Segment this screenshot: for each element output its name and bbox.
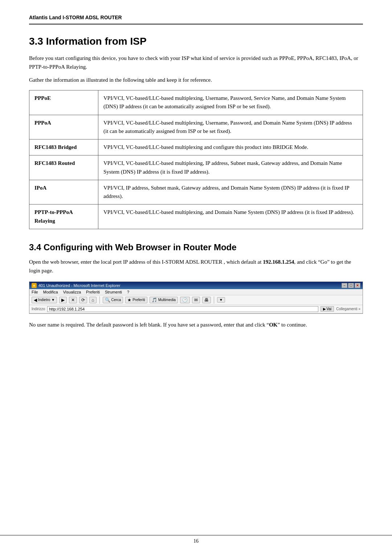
go-arrow-icon: ▶ (323, 307, 326, 311)
back-icon: ◀ (34, 297, 37, 303)
more-icon: ▼ (219, 298, 223, 302)
print-icon: 🖶 (204, 297, 209, 303)
history-icon: 🕑 (182, 297, 188, 303)
menu-preferiti[interactable]: Preferiti (86, 290, 100, 294)
print-button[interactable]: 🖶 (202, 297, 211, 303)
table-label-pppoe: PPPoE (29, 90, 98, 115)
maximize-button[interactable]: ☐ (348, 283, 354, 288)
toolbar-separator-2 (214, 296, 214, 304)
mail-icon: ✉ (194, 297, 198, 303)
table-label-pptp: PPTP-to-PPPoA Relaying (29, 204, 98, 229)
home-icon: ⌂ (91, 297, 94, 303)
table-desc-rfc1483r: VPI/VCI, VC-based/LLC-based multiplexing… (98, 155, 363, 180)
media-label: Multimedia (158, 298, 176, 302)
section34: 3.4 Configuring with Web Browser in Rout… (29, 242, 363, 329)
table-label-rfc1483r: RFC1483 Routed (29, 155, 98, 180)
table-desc-pptp: VPI/VCI, VC-based/LLC-based multiplexing… (98, 204, 363, 229)
intro-ip: 192.168.1.254 (263, 259, 294, 265)
table-desc-pppoa: VPI/VCI, VC-based/LLC-based multiplexing… (98, 115, 363, 139)
search-label: Cerca (111, 298, 121, 302)
browser-title-area: e 401 Unauthorized - Microsoft Internet … (32, 283, 121, 288)
table-desc-ipoa: VPI/VCI, IP address, Subnet mask, Gatewa… (98, 180, 363, 204)
section33-intro: Before you start configuring this device… (29, 54, 363, 71)
forward-button[interactable]: ▶ (59, 297, 67, 303)
table-row: PPPoA VPI/VCI, VC-based/LLC-based multip… (29, 115, 363, 139)
back-label: Indietro (38, 298, 50, 302)
search-icon: 🔍 (105, 297, 110, 303)
stop-icon: ✕ (71, 297, 75, 303)
table-row: PPTP-to-PPPoA Relaying VPI/VCI, VC-based… (29, 204, 363, 229)
media-icon: 🎵 (152, 297, 157, 303)
section33-gather: Gather the information as illustrated in… (29, 76, 363, 84)
menu-visualizza[interactable]: Visualizza (63, 290, 81, 294)
back-button[interactable]: ◀ Indietro ▼ (32, 297, 57, 303)
browser-window: e 401 Unauthorized - Microsoft Internet … (29, 281, 363, 314)
mail-button[interactable]: ✉ (192, 297, 200, 303)
address-label: Indirizzo (32, 307, 45, 311)
browser-toolbar: ◀ Indietro ▼ ▶ ✕ ⟳ ⌂ 🔍 (29, 295, 363, 305)
header-bar: Atlantis Land I-STORM ADSL ROUTER (29, 15, 363, 25)
favorites-label: Preferiti (132, 298, 145, 302)
page: Atlantis Land I-STORM ADSL ROUTER 3.3 In… (0, 0, 392, 555)
links-label: Collegamenti » (336, 307, 360, 311)
media-button[interactable]: 🎵 Multimedia (150, 297, 178, 303)
history-button[interactable]: 🕑 (180, 297, 190, 303)
menu-strumenti[interactable]: Strumenti (105, 290, 122, 294)
toolbar-separator-1 (99, 296, 100, 304)
table-desc-rfc1483b: VPI/VCI, VC-based/LLC-based multiplexing… (98, 139, 363, 155)
star-icon: ★ (127, 297, 131, 303)
table-desc-pppoe: VPI/VCI, VC-based/LLC-based multiplexing… (98, 90, 363, 115)
links-chevron-icon: » (358, 307, 360, 311)
close-button[interactable]: ✕ (355, 283, 360, 288)
browser-title: 401 Unauthorized - Microsoft Internet Ex… (38, 283, 121, 288)
page-footer: 16 (0, 535, 392, 544)
section34-outro: No user name is required. The default pa… (29, 320, 363, 329)
refresh-icon: ⟳ (81, 297, 85, 303)
browser-icon: e (32, 283, 37, 288)
home-button[interactable]: ⌂ (89, 297, 96, 303)
search-button[interactable]: 🔍 Cerca (103, 297, 123, 303)
page-number: 16 (193, 538, 199, 544)
menu-help[interactable]: ? (127, 290, 129, 294)
browser-titlebar: e 401 Unauthorized - Microsoft Internet … (29, 282, 363, 289)
table-label-pppoa: PPPoA (29, 115, 98, 139)
outro-text-1: No user name is required. The default pa… (29, 322, 269, 328)
back-dropdown-icon: ▼ (51, 298, 55, 302)
go-button[interactable]: ▶ Vai (320, 306, 334, 312)
go-label: Vai (327, 307, 332, 311)
table-row: RFC1483 Bridged VPI/VCI, VC-based/LLC-ba… (29, 139, 363, 155)
refresh-button[interactable]: ⟳ (79, 297, 87, 303)
browser-menubar: File Modifica Visualizza Preferiti Strum… (29, 289, 363, 295)
more-button[interactable]: ▼ (217, 297, 225, 303)
table-row: PPPoE VPI/VCI, VC-based/LLC-based multip… (29, 90, 363, 115)
info-table: PPPoE VPI/VCI, VC-based/LLC-based multip… (29, 90, 363, 229)
section34-title: 3.4 Configuring with Web Browser in Rout… (29, 242, 363, 252)
outro-text-2: ” to continue. (278, 322, 307, 328)
table-label-rfc1483b: RFC1483 Bridged (29, 139, 98, 155)
stop-button[interactable]: ✕ (69, 297, 77, 303)
brand-name: Atlantis Land I-STORM ADSL ROUTER (29, 15, 122, 20)
section34-intro: Open the web browser, enter the local po… (29, 258, 363, 275)
browser-addressbar: Indirizzo ▶ Vai Collegamenti » (29, 305, 363, 313)
intro-text-part1: Open the web browser, enter the local po… (29, 259, 263, 265)
minimize-button[interactable]: – (342, 283, 347, 288)
favorites-button[interactable]: ★ Preferiti (125, 297, 147, 303)
table-label-ipoa: IPoA (29, 180, 98, 204)
menu-modifica[interactable]: Modifica (43, 290, 58, 294)
table-row: IPoA VPI/VCI, IP address, Subnet mask, G… (29, 180, 363, 204)
menu-file[interactable]: File (32, 290, 38, 294)
section33-title: 3.3 Information from ISP (29, 36, 363, 47)
window-controls[interactable]: – ☐ ✕ (342, 283, 360, 288)
outro-ok: OK (269, 322, 277, 328)
forward-icon: ▶ (61, 297, 65, 303)
address-input[interactable] (47, 306, 318, 312)
table-row: RFC1483 Routed VPI/VCI, VC-based/LLC-bas… (29, 155, 363, 180)
